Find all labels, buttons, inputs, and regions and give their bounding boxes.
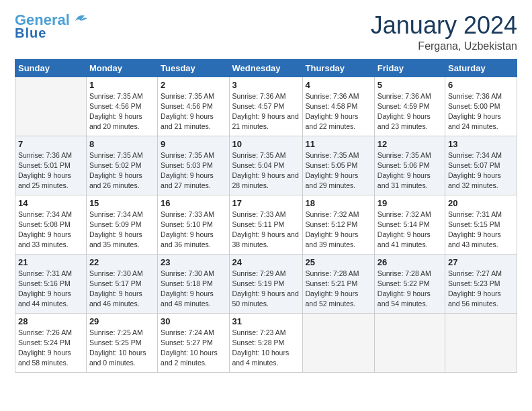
calendar-week-row: 1Sunrise: 7:35 AMSunset: 4:56 PMDaylight… [15,77,517,136]
logo-blue: Blue [15,26,46,41]
day-info: Sunrise: 7:35 AMSunset: 5:04 PMDaylight:… [232,150,300,191]
calendar-header-row: SundayMondayTuesdayWednesdayThursdayFrid… [15,59,517,77]
day-of-week-header: Monday [86,59,157,77]
calendar-cell: 5Sunrise: 7:36 AMSunset: 4:59 PMDaylight… [374,77,445,136]
calendar-cell: 7Sunrise: 7:36 AMSunset: 5:01 PMDaylight… [15,136,87,195]
day-number: 27 [448,257,514,267]
day-info: Sunrise: 7:35 AMSunset: 5:05 PMDaylight:… [306,150,371,191]
day-number: 10 [232,139,300,149]
main-title: January 2024 [371,12,517,39]
page: General Blue January 2024 Fergana, Uzbek… [0,0,532,411]
day-number: 12 [378,139,442,149]
day-number: 18 [306,198,371,208]
calendar-cell: 24Sunrise: 7:29 AMSunset: 5:19 PMDayligh… [229,254,302,313]
day-number: 28 [18,316,83,326]
day-of-week-header: Saturday [445,59,517,77]
calendar-cell: 20Sunrise: 7:31 AMSunset: 5:15 PMDayligh… [445,195,517,254]
day-number: 11 [306,139,371,149]
day-info: Sunrise: 7:35 AMSunset: 5:06 PMDaylight:… [378,150,442,191]
calendar-cell: 12Sunrise: 7:35 AMSunset: 5:06 PMDayligh… [374,136,445,195]
calendar-cell: 19Sunrise: 7:32 AMSunset: 5:14 PMDayligh… [374,195,445,254]
day-of-week-header: Wednesday [229,59,302,77]
day-number: 9 [161,139,226,149]
calendar-cell: 27Sunrise: 7:27 AMSunset: 5:23 PMDayligh… [445,254,517,313]
day-number: 15 [89,198,154,208]
calendar-week-row: 7Sunrise: 7:36 AMSunset: 5:01 PMDaylight… [15,136,517,195]
day-info: Sunrise: 7:27 AMSunset: 5:23 PMDaylight:… [448,269,514,310]
day-number: 31 [232,316,300,326]
day-number: 2 [161,80,226,90]
calendar-week-row: 21Sunrise: 7:31 AMSunset: 5:16 PMDayligh… [15,254,517,313]
calendar-cell: 15Sunrise: 7:34 AMSunset: 5:09 PMDayligh… [86,195,157,254]
day-info: Sunrise: 7:36 AMSunset: 5:01 PMDaylight:… [18,150,83,191]
day-info: Sunrise: 7:24 AMSunset: 5:27 PMDaylight:… [161,328,226,369]
calendar-cell [374,313,445,372]
day-number: 19 [378,198,442,208]
title-block: January 2024 Fergana, Uzbekistan [371,12,517,52]
day-number: 14 [18,198,83,208]
day-info: Sunrise: 7:25 AMSunset: 5:25 PMDaylight:… [89,328,154,369]
day-info: Sunrise: 7:31 AMSunset: 5:16 PMDaylight:… [18,269,83,310]
day-number: 8 [89,139,154,149]
day-info: Sunrise: 7:35 AMSunset: 4:56 PMDaylight:… [161,91,226,132]
calendar-cell: 28Sunrise: 7:26 AMSunset: 5:24 PMDayligh… [15,313,87,372]
day-info: Sunrise: 7:35 AMSunset: 5:02 PMDaylight:… [89,150,154,191]
header: General Blue January 2024 Fergana, Uzbek… [15,12,517,52]
day-number: 26 [378,257,442,267]
day-number: 13 [448,139,514,149]
day-info: Sunrise: 7:36 AMSunset: 5:00 PMDaylight:… [448,91,514,132]
day-info: Sunrise: 7:28 AMSunset: 5:21 PMDaylight:… [306,269,371,310]
day-number: 23 [161,257,226,267]
calendar-cell: 30Sunrise: 7:24 AMSunset: 5:27 PMDayligh… [158,313,229,372]
day-info: Sunrise: 7:33 AMSunset: 5:10 PMDaylight:… [161,210,226,250]
calendar-cell: 3Sunrise: 7:36 AMSunset: 4:57 PMDaylight… [229,77,302,136]
day-number: 5 [378,80,442,90]
calendar-cell: 18Sunrise: 7:32 AMSunset: 5:12 PMDayligh… [302,195,374,254]
calendar-cell: 23Sunrise: 7:30 AMSunset: 5:18 PMDayligh… [158,254,229,313]
day-number: 25 [306,257,371,267]
day-info: Sunrise: 7:34 AMSunset: 5:09 PMDaylight:… [89,210,154,250]
calendar-cell: 22Sunrise: 7:30 AMSunset: 5:17 PMDayligh… [86,254,157,313]
day-info: Sunrise: 7:32 AMSunset: 5:14 PMDaylight:… [378,210,442,250]
day-of-week-header: Tuesday [158,59,229,77]
day-of-week-header: Thursday [302,59,374,77]
day-info: Sunrise: 7:36 AMSunset: 4:59 PMDaylight:… [378,91,442,132]
day-info: Sunrise: 7:26 AMSunset: 5:24 PMDaylight:… [18,328,83,369]
calendar-cell: 6Sunrise: 7:36 AMSunset: 5:00 PMDaylight… [445,77,517,136]
calendar-cell [445,313,517,372]
day-info: Sunrise: 7:30 AMSunset: 5:18 PMDaylight:… [161,269,226,310]
calendar-cell: 16Sunrise: 7:33 AMSunset: 5:10 PMDayligh… [158,195,229,254]
day-info: Sunrise: 7:34 AMSunset: 5:07 PMDaylight:… [448,150,514,191]
day-number: 1 [89,80,154,90]
calendar-cell: 17Sunrise: 7:33 AMSunset: 5:11 PMDayligh… [229,195,302,254]
day-number: 3 [232,80,300,90]
day-info: Sunrise: 7:28 AMSunset: 5:22 PMDaylight:… [378,269,442,310]
day-info: Sunrise: 7:35 AMSunset: 5:03 PMDaylight:… [161,150,226,191]
calendar-cell: 2Sunrise: 7:35 AMSunset: 4:56 PMDaylight… [158,77,229,136]
calendar-cell: 9Sunrise: 7:35 AMSunset: 5:03 PMDaylight… [158,136,229,195]
day-info: Sunrise: 7:36 AMSunset: 4:57 PMDaylight:… [232,91,300,132]
day-number: 22 [89,257,154,267]
day-number: 7 [18,139,83,149]
calendar-cell: 13Sunrise: 7:34 AMSunset: 5:07 PMDayligh… [445,136,517,195]
day-number: 20 [448,198,514,208]
day-info: Sunrise: 7:29 AMSunset: 5:19 PMDaylight:… [232,269,300,310]
calendar-week-row: 28Sunrise: 7:26 AMSunset: 5:24 PMDayligh… [15,313,517,372]
calendar-cell: 8Sunrise: 7:35 AMSunset: 5:02 PMDaylight… [86,136,157,195]
calendar-cell: 26Sunrise: 7:28 AMSunset: 5:22 PMDayligh… [374,254,445,313]
day-info: Sunrise: 7:32 AMSunset: 5:12 PMDaylight:… [306,210,371,250]
day-info: Sunrise: 7:30 AMSunset: 5:17 PMDaylight:… [89,269,154,310]
day-info: Sunrise: 7:34 AMSunset: 5:08 PMDaylight:… [18,210,83,250]
day-of-week-header: Friday [374,59,445,77]
logo-bird-icon [73,11,87,26]
calendar-cell: 25Sunrise: 7:28 AMSunset: 5:21 PMDayligh… [302,254,374,313]
calendar-cell: 14Sunrise: 7:34 AMSunset: 5:08 PMDayligh… [15,195,87,254]
day-info: Sunrise: 7:31 AMSunset: 5:15 PMDaylight:… [448,210,514,250]
day-number: 4 [306,80,371,90]
calendar-cell [302,313,374,372]
day-info: Sunrise: 7:23 AMSunset: 5:28 PMDaylight:… [232,328,300,369]
calendar-cell: 11Sunrise: 7:35 AMSunset: 5:05 PMDayligh… [302,136,374,195]
calendar-cell [15,77,87,136]
calendar-cell: 1Sunrise: 7:35 AMSunset: 4:56 PMDaylight… [86,77,157,136]
day-number: 6 [448,80,514,90]
